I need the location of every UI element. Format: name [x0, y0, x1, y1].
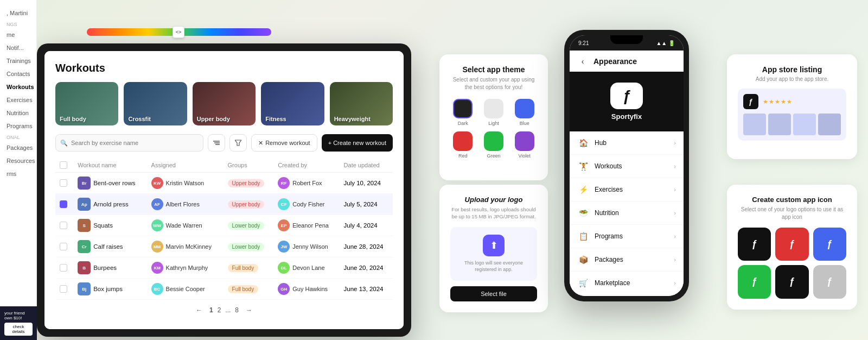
cat-card-upper-body[interactable]: Upper body	[193, 82, 256, 125]
star-3: ★	[775, 98, 780, 105]
sidebar: , Martini NGS me Notif... Trainings Cont…	[0, 0, 37, 340]
row-checkbox-4[interactable]	[60, 264, 67, 272]
page-1[interactable]: 1	[209, 306, 213, 314]
sidebar-promo[interactable]: your friend own $10! check details	[0, 306, 37, 340]
assigned-name-5: Bessie Cooper	[166, 286, 205, 292]
phone-menu-programs[interactable]: 📋 Programs ›	[570, 225, 684, 248]
cat-card-crossfit[interactable]: Crossfit	[124, 82, 187, 125]
sort-icon	[213, 140, 220, 146]
sidebar-item-contacts[interactable]: Contacts	[0, 67, 36, 80]
assigned-name-1: Albert Flores	[166, 201, 200, 207]
workouts-icon: 🏋️	[577, 160, 589, 172]
app-logo-letter: ƒ	[622, 87, 631, 105]
created-name-2: Eleanor Pena	[292, 222, 329, 229]
exercise-avatar-1: Ap	[78, 198, 91, 211]
sidebar-item-exercises[interactable]: Exercises	[0, 93, 36, 106]
hub-chevron-icon: ›	[674, 140, 676, 146]
search-icon: 🔍	[60, 140, 68, 147]
table-row[interactable]: Cr Calf raises MM Marvin McKinney Lower …	[55, 236, 393, 257]
exercise-avatar-0: Br	[78, 177, 91, 190]
page-2[interactable]: 2	[218, 306, 221, 314]
theme-option-red[interactable]: Red	[450, 131, 476, 159]
star-2: ★	[769, 98, 774, 105]
remove-workout-button[interactable]: ✕ Remove workout	[251, 134, 317, 152]
assigned-name-4: Kathryn Murphy	[166, 265, 208, 271]
appstore-title: App store listing	[738, 65, 846, 74]
theme-option-dark[interactable]: Dark	[450, 99, 476, 126]
page-8[interactable]: 8	[235, 306, 239, 314]
sidebar-item-packages[interactable]: Packages	[0, 141, 36, 154]
create-workout-button[interactable]: + Create new workout	[322, 134, 393, 152]
table-row[interactable]: S Squats WW Wade Warren Lower body EP El…	[55, 215, 393, 236]
row-checkbox-0[interactable]	[60, 179, 67, 187]
icon-option-black-2[interactable]: ƒ	[775, 265, 808, 298]
remove-icon: ✕	[258, 140, 263, 147]
icon-option-green[interactable]: ƒ	[738, 265, 771, 298]
created-avatar-2: EP	[278, 219, 290, 231]
search-input[interactable]	[55, 134, 203, 152]
phone-menu-contacts[interactable]: 👤 Contacts ›	[570, 295, 684, 296]
nutrition-chevron-icon: ›	[674, 210, 676, 216]
tablet-notch	[202, 43, 246, 51]
sidebar-item-notifications[interactable]: Notif...	[0, 41, 36, 54]
upload-icon: ⬆	[483, 235, 505, 256]
packages-icon: 📦	[577, 254, 589, 266]
sidebar-item-workouts[interactable]: Workouts	[0, 80, 36, 93]
filter-button[interactable]	[229, 134, 247, 152]
cat-card-full-body[interactable]: Full body	[55, 82, 118, 125]
row-checkbox-2[interactable]	[60, 222, 67, 229]
app-logo-name: Sportyfix	[611, 112, 642, 121]
theme-option-blue[interactable]: Blue	[512, 99, 537, 126]
table-row[interactable]: Br Bent-over rows KW Kristin Watson Uppe…	[55, 173, 393, 194]
sidebar-item-nutrition[interactable]: Nutrition	[0, 106, 36, 119]
phone-menu-nutrition[interactable]: 🥗 Nutrition ›	[570, 202, 684, 225]
icon-option-black-1[interactable]: ƒ	[738, 228, 771, 261]
select-all-checkbox[interactable]	[60, 161, 67, 169]
theme-grid: Dark Light Blue Red Green Violet	[450, 99, 537, 159]
sidebar-item-resources[interactable]: Resources	[0, 154, 36, 167]
phone-icons: ▲▲ 🔋	[656, 40, 675, 46]
sidebar-item-programs[interactable]: Programs	[0, 119, 36, 133]
table-row[interactable]: Ap Arnold press AF Albert Flores Upper b…	[55, 194, 393, 215]
theme-option-green[interactable]: Green	[481, 131, 507, 159]
phone-menu-marketplace[interactable]: 🛒 Marketplace ›	[570, 272, 684, 295]
assigned-avatar-4: KM	[151, 262, 163, 274]
upload-area-text: This logo will see everyone registered i…	[458, 260, 529, 273]
cat-card-heavyweight[interactable]: Heavyweight	[330, 82, 393, 125]
sidebar-section-ngs: NGS	[0, 20, 36, 28]
next-page-button[interactable]: →	[243, 304, 255, 316]
phone-back-button[interactable]: ‹	[577, 56, 588, 67]
svg-marker-3	[235, 140, 241, 146]
phone-menu-packages[interactable]: 📦 Packages ›	[570, 248, 684, 272]
assigned-avatar-5: BC	[151, 283, 163, 295]
row-checkbox-1[interactable]	[60, 200, 67, 208]
assigned-name-0: Kristin Watson	[166, 180, 205, 186]
check-details-button[interactable]: check details	[4, 323, 33, 336]
gradient-handle[interactable]: <>	[173, 26, 184, 38]
sidebar-item-forms[interactable]: rms	[0, 167, 36, 180]
hub-label: Hub	[595, 139, 668, 147]
table-row[interactable]: Bj Box jumps BC Bessie Cooper Full body …	[55, 279, 393, 300]
gradient-bar-container: <>	[87, 28, 271, 36]
sort-button[interactable]	[208, 134, 225, 152]
phone-menu-exercises[interactable]: ⚡ Exercises ›	[570, 178, 684, 202]
icon-option-blue[interactable]: ƒ	[813, 228, 846, 261]
row-checkbox-3[interactable]	[60, 243, 67, 250]
table-row[interactable]: B Burpees KM Kathryn Murphy Full body DL…	[55, 257, 393, 279]
cat-card-fitness[interactable]: Fitness	[261, 82, 324, 125]
select-file-button[interactable]: Select file	[450, 286, 537, 301]
theme-option-violet[interactable]: Violet	[512, 131, 537, 159]
phone-menu-workouts[interactable]: 🏋️ Workouts ›	[570, 155, 684, 178]
theme-option-light[interactable]: Light	[481, 99, 507, 126]
col-assigned: Assigned	[147, 158, 224, 173]
prev-page-button[interactable]: ←	[193, 304, 205, 316]
sidebar-item-trainings[interactable]: Trainings	[0, 54, 36, 67]
icon-option-red[interactable]: ƒ	[775, 228, 808, 261]
icon-option-gray[interactable]: ƒ	[813, 265, 846, 298]
date-updated-1: July 5, 2024	[344, 201, 378, 207]
sidebar-item-me[interactable]: me	[0, 28, 36, 41]
upload-drop-area[interactable]: ⬆ This logo will see everyone registered…	[450, 227, 537, 281]
phone-menu-hub[interactable]: 🏠 Hub ›	[570, 131, 684, 155]
sidebar-section-onal: ONAL	[0, 133, 36, 141]
row-checkbox-5[interactable]	[60, 285, 67, 293]
